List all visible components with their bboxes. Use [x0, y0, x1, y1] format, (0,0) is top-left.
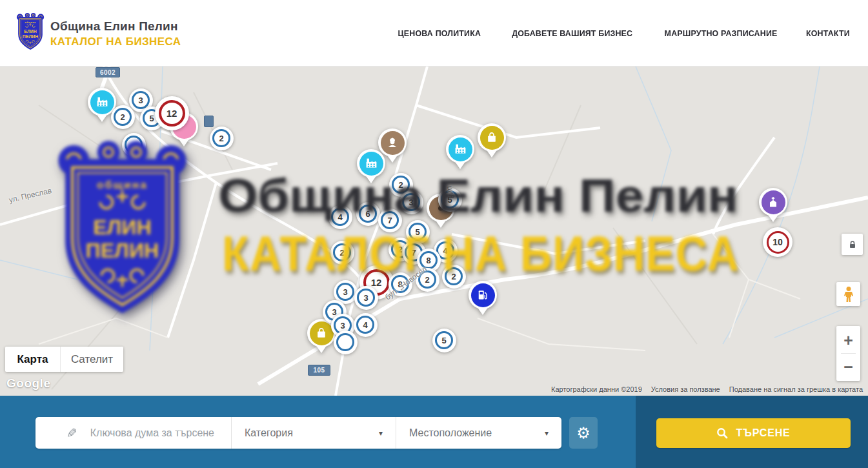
- site-subtitle: КАТАЛОГ НА БИЗНЕСА: [50, 36, 181, 48]
- keyword-section: ✎: [35, 417, 231, 449]
- map-pin-bag[interactable]: [478, 123, 506, 161]
- map-pin-factory[interactable]: [446, 135, 474, 172]
- location-select-label: Местоположение: [409, 427, 492, 439]
- header: община ЕЛИН ПЕЛИН Община Елин Пелин КАТА…: [0, 0, 868, 66]
- lock-icon: [848, 240, 857, 249]
- nav-item-add-business[interactable]: ДОБАВЕТЕ ВАШИЯТ БИЗНЕС: [512, 28, 632, 38]
- map-cluster-marker[interactable]: [334, 331, 358, 354]
- cluster-count: 5: [409, 223, 427, 241]
- cluster-count: 5: [435, 331, 453, 349]
- cluster-count: 4: [356, 316, 374, 334]
- factory-icon: [359, 152, 383, 176]
- map-attribution: Картографски данни ©2019 Условия за полз…: [551, 385, 863, 393]
- map-type-control: Карта Сателит: [5, 347, 123, 372]
- google-map[interactable]: 32512223546752274812822333345106002105ул…: [0, 66, 868, 396]
- pin-head: [478, 123, 506, 152]
- site-title-block[interactable]: Община Елин Пелин КАТАЛОГ НА БИЗНЕСА: [50, 19, 181, 48]
- map-cluster-marker[interactable]: 4: [328, 205, 352, 229]
- category-select[interactable]: Категория ▾: [232, 417, 396, 449]
- svg-text:ЕЛИН: ЕЛИН: [24, 29, 36, 34]
- map-type-satellite-button[interactable]: Сателит: [61, 347, 123, 372]
- map-cluster-marker[interactable]: 2: [210, 127, 234, 150]
- map-cluster-marker[interactable]: 6: [356, 202, 380, 226]
- cluster-count: 10: [767, 231, 789, 254]
- pegman-icon: [842, 286, 855, 303]
- cluster-count: 12: [159, 100, 185, 127]
- chevron-down-icon: ▾: [545, 429, 549, 438]
- search-icon: [716, 427, 728, 439]
- pencil-icon: ✎: [66, 425, 77, 441]
- zoom-out-button[interactable]: −: [836, 355, 860, 378]
- attribution-report-link[interactable]: Подаване на сигнал за грешка в картата: [729, 385, 863, 393]
- lock-button[interactable]: [842, 234, 863, 255]
- map-cluster-marker[interactable]: [122, 133, 146, 157]
- map-cluster-marker[interactable]: 3: [399, 190, 423, 214]
- road-badge: 6002: [96, 67, 120, 77]
- location-select[interactable]: Местоположение ▾: [396, 417, 561, 449]
- map-cluster-marker[interactable]: 4: [354, 313, 378, 337]
- cluster-count: 3: [132, 91, 150, 109]
- municipality-crest-logo[interactable]: община ЕЛИН ПЕЛИН: [15, 12, 45, 52]
- map-cluster-marker[interactable]: 2: [330, 241, 354, 265]
- cluster-count: 6: [359, 205, 377, 223]
- category-select-label: Категория: [245, 427, 293, 439]
- advanced-search-button[interactable]: ⚙: [569, 417, 598, 449]
- search-button-label: ТЪРСЕНЕ: [736, 427, 790, 439]
- map-cluster-marker[interactable]: 5: [406, 220, 430, 244]
- map-cluster-marker[interactable]: 5: [432, 329, 456, 352]
- pin-head: [357, 149, 385, 178]
- fuel-icon: [471, 283, 495, 307]
- street-view-pegman-button[interactable]: [836, 282, 860, 306]
- map-pin-factory[interactable]: [357, 149, 385, 187]
- site-title: Община Елин Пелин: [50, 19, 181, 34]
- pin-head: [469, 281, 497, 309]
- main-nav: ЦЕНОВА ПОЛИТИКА ДОБАВЕТЕ ВАШИЯТ БИЗНЕС М…: [394, 0, 852, 66]
- bag-icon: [480, 126, 504, 150]
- map-cluster-marker[interactable]: 7: [378, 209, 402, 232]
- search-button[interactable]: ТЪРСЕНЕ: [656, 418, 851, 448]
- attribution-data-notice: Картографски данни ©2019: [551, 385, 642, 393]
- keyword-search-input[interactable]: [90, 427, 231, 439]
- road-badge: 105: [308, 365, 330, 376]
- map-pin-church[interactable]: [759, 188, 787, 225]
- zoom-divider: [841, 353, 856, 354]
- cluster-count: 2: [114, 108, 132, 126]
- cluster-count: [336, 333, 354, 351]
- cluster-count: 3: [357, 289, 375, 307]
- bag-icon: [310, 321, 334, 345]
- nav-item-pricing[interactable]: ЦЕНОВА ПОЛИТИКА: [398, 28, 481, 38]
- cluster-count: 3: [402, 193, 420, 211]
- road-badge: [204, 116, 214, 127]
- map-cluster-marker[interactable]: 2: [442, 265, 466, 289]
- zoom-in-button[interactable]: +: [836, 329, 860, 352]
- pin-head: [446, 135, 474, 163]
- search-bar: ✎ Категория ▾ Местоположение ▾ ⚙ ТЪРСЕНЕ: [0, 396, 868, 468]
- map-cluster-marker[interactable]: 10: [763, 227, 792, 257]
- map-pin-fuel[interactable]: [469, 281, 497, 318]
- google-logo[interactable]: Google: [6, 376, 50, 391]
- cluster-count: 2: [333, 243, 351, 261]
- attribution-terms-link[interactable]: Условия за ползване: [651, 385, 720, 393]
- cluster-count: 4: [331, 208, 349, 226]
- map-cluster-marker[interactable]: 3: [354, 286, 378, 310]
- pin-head: [759, 188, 787, 216]
- factory-icon: [90, 90, 114, 114]
- search-field-group: ✎ Категория ▾ Местоположение ▾: [35, 417, 561, 449]
- cluster-count: 3: [336, 283, 354, 301]
- factory-icon: [449, 137, 472, 161]
- map-cluster-marker[interactable]: 2: [111, 105, 135, 129]
- cluster-count: 2: [212, 129, 230, 147]
- nav-item-route-schedule[interactable]: МАРШРУТНО РАЗПИСАНИЕ: [665, 28, 778, 38]
- svg-text:община: община: [25, 21, 36, 24]
- svg-text:ПЕЛИН: ПЕЛИН: [23, 34, 38, 39]
- map-cluster-marker[interactable]: 12: [155, 96, 189, 130]
- cluster-count: [125, 136, 143, 154]
- church-icon: [762, 190, 785, 214]
- map-type-map-button[interactable]: Карта: [5, 347, 61, 372]
- business-catalog-page: община ЕЛИН ПЕЛИН Община Елин Пелин КАТА…: [0, 0, 868, 468]
- nav-item-contacts[interactable]: КОНТАКТИ: [806, 28, 850, 38]
- chevron-down-icon: ▾: [379, 429, 383, 438]
- cluster-count: 7: [381, 211, 399, 229]
- cluster-count: 2: [445, 267, 463, 285]
- gear-icon: ⚙: [576, 425, 590, 441]
